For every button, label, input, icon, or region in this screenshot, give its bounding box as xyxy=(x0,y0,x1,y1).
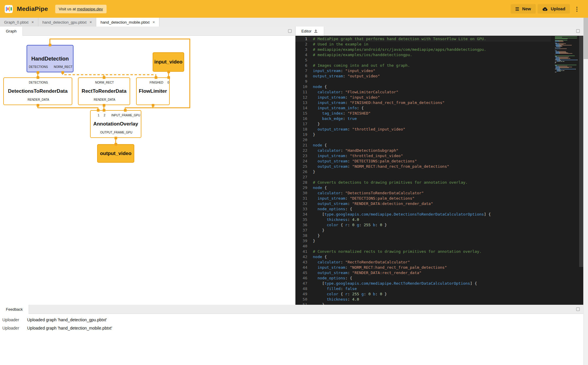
line-content: node { xyxy=(307,254,327,260)
line-number: 24 xyxy=(295,159,307,164)
node-title: input_video xyxy=(153,59,184,65)
line-content: } xyxy=(307,238,315,244)
line-content: node { xyxy=(307,143,327,148)
code-line: 14 input_stream_info: { xyxy=(295,105,551,111)
line-content: # Images coming into and out of the grap… xyxy=(307,63,410,68)
graph-edge xyxy=(38,105,98,110)
code-line: 23 input_stream: "throttled_input_video" xyxy=(295,153,551,159)
visit-link[interactable]: mediapipe.dev xyxy=(77,7,103,11)
feedback-source: Uploader xyxy=(2,326,24,330)
line-content: } xyxy=(307,121,320,127)
graph-node-HandDetection[interactable]: HandDetectionDETECTIONSNORM_RECT xyxy=(27,45,74,72)
graph-tab-label: Graph xyxy=(6,29,17,33)
code-editor[interactable]: 1# MediaPipe graph that performs hand de… xyxy=(295,36,583,305)
graph-canvas[interactable]: HandDetectionDETECTIONSNORM_RECTinput_vi… xyxy=(0,36,295,305)
expand-graph-icon[interactable] xyxy=(288,29,292,33)
tab-feedback[interactable]: Feedback xyxy=(0,305,29,314)
line-number: 17 xyxy=(295,121,307,127)
kebab-menu-icon[interactable]: ⋮ xyxy=(572,6,581,12)
logo-bar xyxy=(6,7,7,11)
file-tab-hand_detection_mobile.pbtxt[interactable]: hand_detection_mobile.pbtxt× xyxy=(96,18,159,27)
graph-node-input_video[interactable]: input_video xyxy=(153,52,184,72)
graph-port xyxy=(37,71,39,74)
line-number: 9 xyxy=(295,79,307,84)
graph-port xyxy=(103,76,105,79)
download-icon[interactable] xyxy=(314,29,318,33)
line-content: thickness: 4.0 xyxy=(307,217,359,222)
tab-editor[interactable]: Editor xyxy=(295,27,324,36)
port-label: NORM_RECT xyxy=(95,81,114,84)
code-line: 41# Converts normalized rects to drawing… xyxy=(295,249,551,254)
editor-scrollbar[interactable] xyxy=(579,36,583,305)
line-content: input_stream: "NORM_RECT:hand_rect_from_… xyxy=(307,265,447,270)
line-content: node_options: { xyxy=(307,206,352,212)
line-content: calculator: "HandDetectionSubgraph" xyxy=(307,148,398,153)
line-number: 50 xyxy=(295,297,307,302)
new-button-label: New xyxy=(522,6,531,11)
line-number: 48 xyxy=(295,286,307,291)
file-tab-hand_detection_gpu.pbtxt[interactable]: hand_detection_gpu.pbtxt× xyxy=(38,18,97,27)
page-scrollbar-thumb[interactable] xyxy=(584,18,588,59)
line-content: input_stream: "DETECTIONS:palm_detection… xyxy=(307,196,414,201)
close-tab-icon[interactable]: × xyxy=(31,20,34,25)
graph-node-output_video[interactable]: output_video xyxy=(97,144,134,163)
graph-port xyxy=(97,109,99,112)
editor-minimap[interactable] xyxy=(555,36,579,72)
close-tab-icon[interactable]: × xyxy=(89,20,92,25)
code-line: 1# MediaPipe graph that performs hand de… xyxy=(295,36,551,42)
graph-port xyxy=(61,71,64,74)
tab-graph[interactable]: Graph xyxy=(0,27,23,36)
expand-feedback-icon[interactable] xyxy=(576,307,580,311)
graph-port xyxy=(103,109,105,112)
line-content: } xyxy=(307,228,324,233)
code-line: 15 tag_index: "FINISHED" xyxy=(295,111,551,116)
graph-node-FlowLimiter[interactable]: FlowLimiterFINISHED0 xyxy=(136,77,170,105)
graph-port xyxy=(49,44,51,46)
line-number: 28 xyxy=(295,180,307,185)
line-content: } xyxy=(307,233,320,238)
header-actions: ☰ New Upload ⋮ xyxy=(511,4,581,14)
line-content: calculator: "RectToRenderDataCalculator" xyxy=(307,260,410,265)
line-content: color { r: 255 g: 0 b: 0 } xyxy=(307,291,387,297)
graph-edges xyxy=(0,36,295,305)
line-content: calculator: "DetectionsToRenderDataCalcu… xyxy=(307,190,424,196)
close-tab-icon[interactable]: × xyxy=(153,20,155,25)
line-content: # MediaPipe graph that performs hand det… xyxy=(307,36,486,42)
new-button[interactable]: ☰ New xyxy=(511,4,536,14)
line-number: 43 xyxy=(295,260,307,265)
node-title: FlowLimiter xyxy=(137,88,169,94)
feedback-panel-strip: Feedback xyxy=(0,305,583,314)
port-label: DETECTIONS xyxy=(29,65,48,69)
editor-panel-strip: Editor xyxy=(295,27,583,36)
editor-code[interactable]: 1# MediaPipe graph that performs hand de… xyxy=(295,36,551,305)
expand-editor-icon[interactable] xyxy=(576,29,580,33)
code-line: 48 filled: false xyxy=(295,286,551,291)
line-number: 36 xyxy=(295,222,307,228)
line-number: 16 xyxy=(295,116,307,121)
line-number: 38 xyxy=(295,233,307,238)
port-label: OUTPUT_FRAME_GPU xyxy=(100,131,133,134)
line-content: filled: false xyxy=(307,286,357,291)
editor-scrollbar-thumb[interactable] xyxy=(579,36,583,267)
visit-link-chip[interactable]: Visit us at mediapipe.dev xyxy=(55,5,107,13)
upload-button[interactable]: Upload xyxy=(538,4,570,14)
code-line: 51 } xyxy=(295,302,551,305)
feedback-message: Uploaded graph 'hand_detection_gpu.pbtxt… xyxy=(27,317,107,322)
code-line: 5 xyxy=(295,58,551,63)
line-number: 15 xyxy=(295,111,307,116)
logo-bar xyxy=(9,6,10,12)
graph-node-DetectionsToRenderData[interactable]: DetectionsToRenderDataDETECTIONSRENDER_D… xyxy=(3,77,72,105)
editor-panel: Editor 1# MediaPipe graph that performs … xyxy=(295,27,583,305)
port-label: 1 xyxy=(98,114,99,117)
feedback-source: Uploader xyxy=(2,317,24,322)
page-scrollbar[interactable] xyxy=(583,18,588,365)
code-line: 35 thickness: 4.0 xyxy=(295,217,551,222)
code-line: 12 input_stream: "input_video" xyxy=(295,95,551,100)
graph-node-AnnotationOverlay[interactable]: AnnotationOverlay12INPUT_FRAME_GPUOUTPUT… xyxy=(90,110,141,138)
graph-node-RectToRenderData[interactable]: RectToRenderDataNORM_RECTRENDER_DATA xyxy=(78,77,130,105)
file-tab-Graph_0.pbtxt[interactable]: Graph_0.pbtxt× xyxy=(0,18,38,27)
file-tab-label: hand_detection_mobile.pbtxt xyxy=(100,20,149,25)
code-line: 38 } xyxy=(295,233,551,238)
port-label: 2 xyxy=(104,114,105,117)
code-line: 4# mediapipie/examples/ios/handdetection… xyxy=(295,52,551,58)
